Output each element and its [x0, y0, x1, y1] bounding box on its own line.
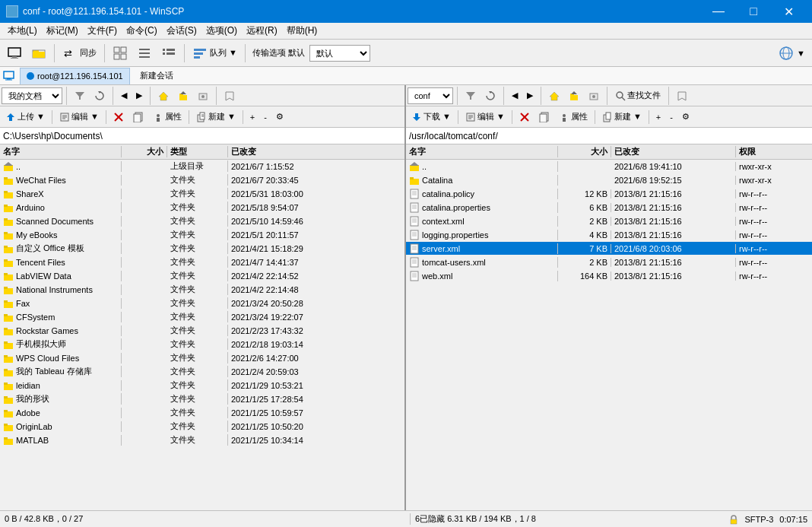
tb-icon5[interactable] — [157, 43, 180, 64]
right-col-date[interactable]: 已改变 — [611, 146, 736, 157]
left-file-row[interactable]: WPS Cloud Files文件夹2021/2/6 14:27:00 — [0, 351, 404, 365]
menu-options[interactable]: 选项(O) — [201, 23, 242, 39]
left-file-row[interactable]: leidian文件夹2021/1/29 10:53:21 — [0, 379, 404, 392]
session-tab[interactable]: root@121.196.154.101 — [20, 68, 130, 84]
transfer-dropdown[interactable]: 默认 — [309, 45, 370, 62]
right-path-dropdown[interactable]: conf — [408, 87, 453, 104]
right-file-row[interactable]: Catalina2021/6/8 19:52:15rwxr-xr-x — [406, 173, 812, 187]
left-root-btn[interactable] — [194, 87, 212, 104]
right-minus-btn[interactable]: - — [666, 109, 677, 125]
left-file-row[interactable]: Arduino文件夹2021/5/18 9:54:07 — [0, 201, 404, 214]
minimize-button[interactable]: — — [701, 0, 736, 23]
right-root-btn[interactable] — [585, 87, 603, 104]
tb-icon3[interactable] — [109, 43, 132, 64]
tb-icon4[interactable] — [133, 43, 156, 64]
right-search-btn[interactable]: 查找文件 — [611, 87, 665, 104]
right-file-row[interactable]: tomcat-users.xml2 KB2013/8/1 21:15:16rw-… — [406, 256, 812, 269]
right-download-btn[interactable]: 下载 ▼ — [408, 109, 455, 125]
right-copy-btn[interactable] — [535, 109, 553, 125]
right-file-list[interactable]: ..2021/6/8 19:41:10rwxr-xr-xCatalina2021… — [406, 160, 812, 510]
left-new-btn[interactable]: 新建 ▼ — [192, 109, 239, 125]
left-address-input[interactable] — [3, 131, 401, 141]
left-file-row[interactable]: National Instruments文件夹2021/4/2 22:14:48 — [0, 283, 404, 297]
left-file-row[interactable]: Rockstar Games文件夹2021/2/23 17:43:32 — [0, 324, 404, 338]
left-edit-btn[interactable]: 编辑 ▼ — [56, 109, 103, 125]
left-file-row[interactable]: My eBooks文件夹2021/5/1 20:11:57 — [0, 228, 404, 242]
left-col-size[interactable]: 大小 — [122, 146, 167, 157]
menu-file[interactable]: 文件(F) — [83, 23, 122, 39]
right-file-row[interactable]: web.xml164 KB2013/8/1 21:15:16rw-r--r-- — [406, 269, 812, 283]
left-file-list[interactable]: ..上级目录2021/6/7 1:15:52WeChat Files文件夹202… — [0, 160, 404, 510]
left-config-btn[interactable]: ⚙ — [272, 109, 287, 125]
right-bookmark-btn[interactable] — [673, 87, 691, 104]
left-file-row[interactable]: 我的形状文件夹2021/1/25 17:28:54 — [0, 392, 404, 406]
menu-help[interactable]: 帮助(H) — [282, 23, 322, 39]
right-col-perms[interactable]: 权限 — [736, 146, 812, 157]
left-col-type[interactable]: 类型 — [167, 146, 228, 157]
left-file-row[interactable]: 我的 Tableau 存储库文件夹2021/2/4 20:59:03 — [0, 365, 404, 379]
right-edit-btn[interactable]: 编辑 ▼ — [462, 109, 509, 125]
sync-btn[interactable]: ⇄ 同步 — [59, 43, 100, 64]
right-file-row[interactable]: ..2021/6/8 19:41:10rwxr-xr-x — [406, 160, 812, 173]
left-delete-btn[interactable] — [109, 109, 128, 125]
menu-mark[interactable]: 标记(M) — [42, 23, 83, 39]
right-config-btn[interactable]: ⚙ — [678, 109, 693, 125]
left-plus-btn[interactable]: + — [246, 109, 259, 125]
left-home-btn[interactable] — [154, 87, 173, 104]
right-back-btn[interactable]: ◀ — [508, 87, 522, 104]
left-file-row[interactable]: MATLAB文件夹2021/1/25 10:34:14 — [0, 433, 404, 447]
menu-remote[interactable]: 远程(R) — [242, 23, 282, 39]
right-file-row[interactable]: logging.properties4 KB2013/8/1 21:15:16r… — [406, 228, 812, 242]
left-file-row[interactable]: Tencent Files文件夹2021/4/7 14:41:37 — [0, 256, 404, 269]
close-button[interactable]: ✕ — [771, 0, 806, 23]
right-file-row[interactable]: catalina.properties6 KB2013/8/1 21:15:16… — [406, 201, 812, 214]
left-file-row[interactable]: ..上级目录2021/6/7 1:15:52 — [0, 160, 404, 173]
right-up-btn[interactable] — [565, 87, 583, 104]
right-file-row[interactable]: context.xml2 KB2013/8/1 21:15:16rw-r--r-… — [406, 214, 812, 228]
left-file-row[interactable]: ShareX文件夹2021/5/31 18:03:00 — [0, 187, 404, 201]
left-props-btn[interactable]: 属性 — [149, 109, 186, 125]
left-refresh-btn[interactable] — [90, 87, 109, 104]
left-file-row[interactable]: WeChat Files文件夹2021/6/7 20:33:45 — [0, 173, 404, 187]
left-bookmark-btn[interactable] — [220, 87, 239, 104]
left-back-btn[interactable]: ◀ — [117, 87, 131, 104]
right-address-input[interactable] — [409, 131, 809, 141]
menu-session[interactable]: 会话(S) — [162, 23, 201, 39]
left-forward-btn[interactable]: ▶ — [132, 87, 146, 104]
new-session-btn[interactable]: 新建会话 — [135, 68, 179, 84]
left-up-btn[interactable] — [174, 87, 192, 104]
left-filter-btn[interactable] — [71, 87, 89, 104]
left-col-date[interactable]: 已改变 — [228, 146, 404, 157]
left-file-row[interactable]: 手机模拟大师文件夹2021/2/18 19:03:14 — [0, 338, 404, 351]
maximize-button[interactable]: □ — [736, 0, 771, 23]
left-file-row[interactable]: Scanned Documents文件夹2021/5/10 14:59:46 — [0, 214, 404, 228]
left-copy-btn[interactable] — [129, 109, 147, 125]
left-file-row[interactable]: Adobe文件夹2021/1/25 10:59:57 — [0, 406, 404, 420]
right-forward-btn[interactable]: ▶ — [523, 87, 537, 104]
left-col-name[interactable]: 名字 — [0, 146, 122, 157]
left-upload-btn[interactable]: 上传 ▼ — [2, 109, 49, 125]
right-new-btn[interactable]: 新建 ▼ — [598, 109, 645, 125]
tb-new-session-btn[interactable] — [3, 43, 26, 64]
menu-local[interactable]: 本地(L) — [3, 23, 42, 39]
left-file-row[interactable]: CFSystem文件夹2021/3/24 19:22:07 — [0, 310, 404, 324]
right-file-row[interactable]: server.xml7 KB2021/6/8 20:03:06rw-r--r-- — [406, 242, 812, 256]
menu-command[interactable]: 命令(C) — [122, 23, 162, 39]
left-file-row[interactable]: OriginLab文件夹2021/1/25 10:50:20 — [0, 420, 404, 433]
left-file-row[interactable]: Fax文件夹2021/3/24 20:50:28 — [0, 297, 404, 310]
right-home-btn[interactable] — [545, 87, 563, 104]
right-file-row[interactable]: catalina.policy12 KB2013/8/1 21:15:16rw-… — [406, 187, 812, 201]
tb-btn2[interactable] — [27, 43, 50, 64]
right-props-btn[interactable]: 属性 — [555, 109, 592, 125]
right-refresh-btn[interactable] — [481, 87, 500, 104]
globe-btn[interactable]: ▼ — [774, 43, 809, 64]
left-path-dropdown[interactable]: 我的文档 — [2, 87, 62, 104]
left-minus-btn[interactable]: - — [260, 109, 271, 125]
left-file-row[interactable]: LabVIEW Data文件夹2021/4/2 22:14:52 — [0, 269, 404, 283]
left-file-row[interactable]: 自定义 Office 模板文件夹2021/4/21 15:18:29 — [0, 242, 404, 256]
right-col-name[interactable]: 名字 — [406, 146, 558, 157]
right-filter-btn[interactable] — [462, 87, 480, 104]
right-plus-btn[interactable]: + — [652, 109, 665, 125]
right-delete-btn[interactable] — [515, 109, 534, 125]
queue-btn[interactable]: 队列 ▼ — [189, 43, 241, 64]
